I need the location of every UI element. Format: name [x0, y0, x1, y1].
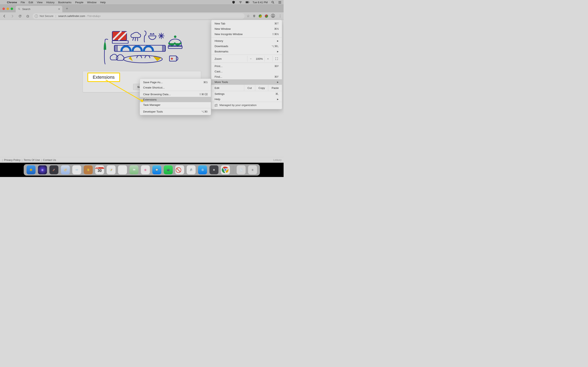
dock-trash[interactable]: 🗑 [248, 165, 257, 174]
menu-new-tab[interactable]: New Tab⌘T [211, 21, 282, 26]
submenu-developer-tools[interactable]: Developer Tools⌥⌘I [140, 109, 211, 114]
dock-photos[interactable]: 🌸 [141, 165, 150, 174]
menu-more-tools[interactable]: More Tools▶ [211, 79, 282, 85]
footer-contact-link[interactable]: Contact Us [43, 158, 56, 161]
more-tools-submenu: Save Page As...⌘S Create Shortcut... Cle… [140, 78, 211, 115]
window-minimize-button[interactable] [7, 8, 9, 10]
dock-launchpad[interactable]: 🚀 [49, 165, 58, 174]
page-footer: | Privacy Policy | Terms Of Use | Contac… [0, 157, 284, 163]
menubar-history[interactable]: History [46, 1, 54, 4]
menu-help[interactable]: Help▶ [211, 96, 282, 102]
menubar-bookmarks[interactable]: Bookmarks [58, 1, 71, 4]
zoom-in-button[interactable]: + [264, 56, 271, 62]
menu-print[interactable]: Print...⌘P [211, 63, 282, 69]
zoom-percent: 100% [254, 57, 264, 60]
new-tab-button[interactable]: ＋ [64, 6, 70, 11]
svg-line-30 [135, 38, 136, 41]
malwarebytes-status-icon[interactable] [232, 1, 235, 4]
nav-back-button[interactable] [2, 13, 7, 19]
extension-security-icon[interactable] [252, 15, 256, 18]
dock-itunes[interactable]: 🎵 [187, 165, 196, 174]
battery-status-icon[interactable] [246, 1, 249, 4]
control-center-icon[interactable] [278, 1, 282, 4]
wifi-status-icon[interactable] [239, 1, 242, 4]
submenu-clear-browsing-data[interactable]: Clear Browsing Data...⇧⌘⌫ [140, 92, 211, 97]
footer-terms-link[interactable]: Terms Of Use [24, 158, 40, 161]
nav-home-button[interactable] [25, 13, 31, 19]
dock-downloads[interactable]: 📄 [237, 165, 246, 174]
dock-messages[interactable]: 💬 [152, 165, 161, 174]
menubar-people[interactable]: People [75, 1, 83, 4]
dock-system-preferences[interactable]: ⚙ [209, 165, 218, 174]
window-fullscreen-button[interactable] [11, 8, 13, 10]
menu-find[interactable]: Find...⌘F [211, 74, 282, 79]
menu-zoom-label: Zoom [215, 57, 222, 60]
menubar-edit[interactable]: Edit [29, 1, 33, 4]
site-info-icon[interactable]: i [35, 15, 38, 18]
dock-finder[interactable]: 😊 [26, 165, 35, 174]
zoom-out-button[interactable]: − [247, 56, 254, 62]
nav-reload-button[interactable] [17, 13, 23, 19]
search-engine-logo [100, 29, 184, 67]
menubar-file[interactable]: File [21, 1, 25, 4]
dock-appstore[interactable]: Ⓐ [198, 165, 207, 174]
menubar-view[interactable]: View [37, 1, 43, 4]
dock-chrome[interactable] [221, 165, 230, 174]
menu-edit-row: Edit Cut Copy Paste [211, 85, 282, 91]
dock-mail[interactable]: 📨 [72, 165, 81, 174]
dock-reminders[interactable]: ☑︎ [118, 165, 127, 174]
zoom-fullscreen-button[interactable] [273, 56, 280, 62]
svg-point-4 [272, 1, 273, 3]
svg-point-24 [174, 35, 176, 38]
submenu-create-shortcut[interactable]: Create Shortcut... [140, 85, 211, 90]
submenu-save-page[interactable]: Save Page As...⌘S [140, 80, 211, 85]
svg-rect-36 [215, 105, 216, 106]
dock-contacts[interactable]: 📒 [84, 165, 93, 174]
nav-forward-button[interactable] [9, 13, 15, 19]
menubar-window[interactable]: Window [87, 1, 96, 4]
dock-calendar[interactable]: APR30 [95, 165, 104, 174]
tab-close-button[interactable]: ✕ [58, 8, 60, 11]
menu-cast[interactable]: Cast... [211, 69, 282, 74]
dock-notes[interactable]: 📝 [107, 165, 116, 174]
dock-news[interactable]: ⃠ [175, 165, 184, 174]
footer-brand: Linkury [273, 159, 282, 161]
menu-history[interactable]: History▶ [211, 38, 282, 43]
menu-new-incognito[interactable]: New Incognito Window⇧⌘N [211, 31, 282, 37]
svg-line-5 [273, 3, 274, 3]
menubar-app-name[interactable]: Chrome [7, 1, 17, 4]
chrome-menu-button[interactable]: ⋮ [278, 14, 282, 18]
window-close-button[interactable] [2, 8, 5, 10]
dock-facetime[interactable]: 📹 [164, 165, 173, 174]
omnibox-path: /?st=ds&q= [87, 15, 101, 17]
browser-tab[interactable]: Search ✕ [16, 6, 62, 12]
dock-safari[interactable]: 🧭 [61, 165, 70, 174]
dock-siri[interactable]: ◎ [38, 165, 47, 174]
svg-marker-15 [153, 56, 161, 61]
svg-rect-3 [249, 2, 249, 3]
menu-cut[interactable]: Cut [244, 85, 255, 91]
menubar-help[interactable]: Help [100, 1, 106, 4]
menu-downloads[interactable]: Downloads⌥⌘L [211, 43, 282, 49]
profile-avatar-icon[interactable] [271, 14, 275, 18]
dock-area: 😊 ◎ 🚀 🧭 📨 📒 APR30 📝 ☑︎ 🗺 🌸 💬 📹 ⃠ 🎵 Ⓐ ⚙ 📄… [0, 163, 284, 177]
bookmark-star-icon[interactable]: ☆ [247, 14, 250, 18]
menu-bookmarks[interactable]: Bookmarks▶ [211, 49, 282, 54]
spotlight-search-icon[interactable] [271, 1, 275, 4]
menu-copy[interactable]: Copy [255, 85, 268, 91]
extension-icon-1[interactable] [259, 15, 262, 18]
organization-icon [215, 104, 217, 107]
submenu-extensions[interactable]: Extensions [140, 97, 211, 102]
menu-settings[interactable]: Settings⌘, [211, 91, 282, 96]
footer-privacy-link[interactable]: Privacy Policy [4, 158, 20, 161]
menu-new-window[interactable]: New Window⌘N [211, 26, 282, 31]
dock: 😊 ◎ 🚀 🧭 📨 📒 APR30 📝 ☑︎ 🗺 🌸 💬 📹 ⃠ 🎵 Ⓐ ⚙ 📄… [24, 164, 260, 175]
menu-zoom-row: Zoom − 100% + [211, 55, 282, 62]
dock-maps[interactable]: 🗺 [130, 165, 138, 174]
menu-managed-notice[interactable]: Managed by your organization [211, 102, 282, 108]
extension-icon-2[interactable] [265, 15, 268, 18]
menu-paste[interactable]: Paste [268, 85, 282, 91]
address-bar[interactable]: i Not Secure | search.safefinder.com/?st… [33, 13, 245, 19]
menubar-clock[interactable]: Tue 6:41 PM [252, 1, 268, 4]
submenu-task-manager[interactable]: Task Manager [140, 102, 211, 108]
